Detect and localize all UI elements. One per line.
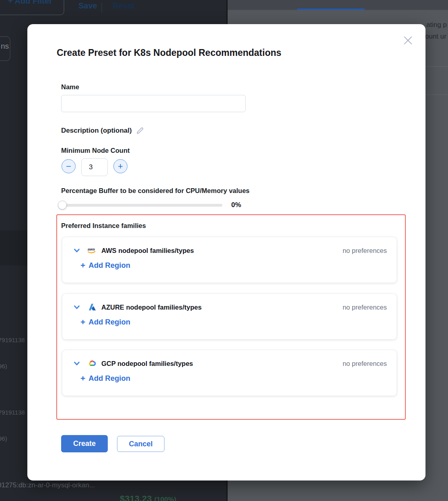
cost-percent: (100%)	[154, 496, 177, 501]
provider-card-gcp: GCP nodepool families/types no preferenc…	[62, 350, 397, 396]
gcp-logo-icon	[86, 359, 98, 368]
chevron-down-icon[interactable]	[73, 304, 80, 311]
increment-button[interactable]: +	[113, 159, 127, 173]
provider-status: no preferences	[343, 247, 387, 255]
provider-card-azure: AZURE nodepool families/types no prefere…	[62, 294, 397, 339]
provider-status: no preferences	[343, 304, 387, 311]
decrement-button[interactable]: −	[62, 159, 76, 173]
azure-logo-icon	[86, 303, 98, 311]
provider-card-aws: aws AWS nodepool families/types no prefe…	[62, 237, 397, 283]
close-button[interactable]	[401, 33, 415, 47]
plus-icon: +	[118, 161, 123, 171]
create-preset-modal: Create Preset for K8s Nodepool Recommend…	[27, 24, 425, 480]
description-row: Description (optional)	[61, 127, 144, 135]
provider-card-header[interactable]: AZURE nodepool families/types no prefere…	[62, 301, 397, 313]
svg-text:aws: aws	[88, 247, 95, 251]
plus-icon: +	[80, 261, 85, 270]
background-text-fragment: ating p	[426, 21, 447, 29]
resource-id-text: 01275:db:zn-ar-0-mysql-orkan...	[0, 481, 95, 489]
add-region-label: Add Region	[88, 318, 130, 326]
background-id-fragment: 79191138	[0, 337, 25, 343]
min-node-count-label: Minimum Node Count	[61, 147, 129, 154]
add-region-button[interactable]: + Add Region	[80, 374, 130, 383]
add-region-button[interactable]: + Add Region	[80, 317, 130, 327]
save-button[interactable]: Save	[78, 1, 97, 10]
modal-title: Create Preset for K8s Nodepool Recommend…	[57, 47, 282, 58]
add-region-button[interactable]: + Add Region	[80, 261, 130, 270]
background-id-fragment: 79191138	[0, 409, 25, 416]
provider-title: AZURE nodepool families/types	[101, 304, 201, 311]
reset-button[interactable]: Reset	[113, 1, 134, 10]
toolbar-separator	[101, 2, 102, 13]
cancel-button[interactable]: Cancel	[117, 436, 164, 452]
node-count-input[interactable]	[81, 158, 108, 176]
name-label: Name	[61, 83, 79, 91]
cost-value: $313.23 (100%)	[120, 494, 176, 501]
add-region-label: Add Region	[88, 374, 130, 383]
background-id-fragment: 96)	[0, 363, 7, 370]
plus-icon: +	[80, 317, 85, 327]
background-text-fragment: ount ur	[425, 33, 446, 41]
minus-icon: −	[66, 161, 71, 171]
provider-status: no preferences	[343, 360, 387, 368]
provider-card-header[interactable]: GCP nodepool families/types no preferenc…	[62, 357, 397, 370]
buffer-label: Percentage Buffer to be considered for C…	[61, 187, 250, 195]
buffer-value: 0%	[231, 201, 241, 209]
chevron-down-icon[interactable]	[73, 247, 80, 254]
add-filter-button[interactable]: + Add Filter	[0, 0, 64, 15]
close-icon	[403, 35, 413, 46]
buffer-slider-track[interactable]	[61, 204, 222, 207]
background-id-fragment: 96)	[0, 435, 7, 442]
active-tab-indicator	[297, 8, 365, 10]
name-input[interactable]	[61, 95, 246, 112]
provider-title: GCP nodepool families/types	[101, 360, 193, 368]
add-region-label: Add Region	[88, 261, 130, 270]
provider-card-header[interactable]: aws AWS nodepool families/types no prefe…	[62, 244, 397, 257]
add-filter-label: + Add Filter	[8, 0, 52, 6]
chevron-down-icon[interactable]	[73, 360, 80, 367]
background-text-fragment: ns	[1, 42, 9, 51]
aws-logo-icon: aws	[86, 246, 98, 255]
provider-title: AWS nodepool families/types	[101, 247, 194, 255]
buffer-slider-thumb[interactable]	[58, 201, 67, 209]
edit-pencil-icon[interactable]	[136, 127, 144, 135]
description-label: Description (optional)	[61, 127, 132, 135]
preferred-families-label: Preferred Instance families	[61, 222, 146, 230]
plus-icon: +	[80, 374, 85, 383]
cost-amount: $313.23	[120, 494, 152, 501]
create-button[interactable]: Create	[61, 435, 108, 452]
